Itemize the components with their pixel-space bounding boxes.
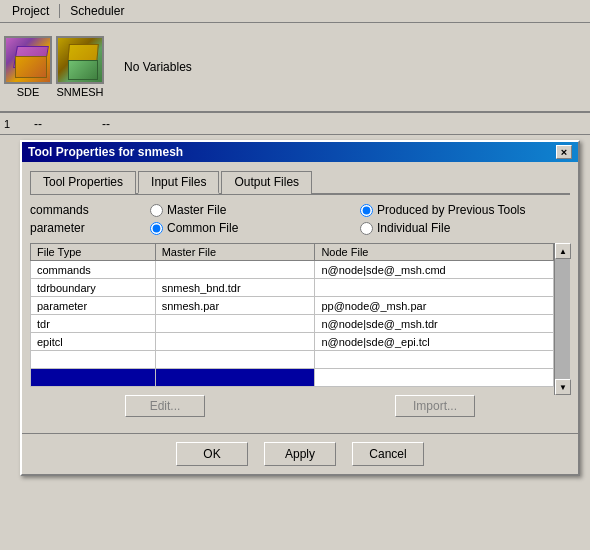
parameter-common-radio[interactable] [150,222,163,235]
bottom-buttons: OK Apply Cancel [22,433,578,474]
file-type-cell [31,351,156,369]
parameter-common-label: Common File [167,221,238,235]
tab-tool-properties[interactable]: Tool Properties [30,171,136,194]
node-file-cell [315,279,554,297]
dialog-tabs: Tool Properties Input Files Output Files [30,170,570,195]
master-file-cell [155,351,315,369]
edit-button[interactable]: Edit... [125,395,205,417]
tab-input-files[interactable]: Input Files [138,171,219,194]
menu-project[interactable]: Project [4,2,57,20]
col-header-node-file: Node File [315,244,554,261]
file-type-cell: epitcl [31,333,156,351]
dialog-content: Tool Properties Input Files Output Files… [22,162,578,433]
tool-sde[interactable]: SDE [4,36,52,98]
commands-produced-option[interactable]: Produced by Previous Tools [360,203,570,217]
row-dash-1: -- [34,117,42,131]
table-row[interactable]: tdrboundarysnmesh_bnd.tdr [31,279,554,297]
dialog-close-button[interactable]: × [556,145,572,159]
scrollbar-up-button[interactable]: ▲ [555,243,571,259]
sde-label: SDE [17,86,40,98]
master-file-cell [155,315,315,333]
row-numbers: 1 -- -- [0,113,590,135]
commands-label: commands [30,203,150,217]
master-file-cell [155,369,315,387]
commands-master-radio[interactable] [150,204,163,217]
import-button[interactable]: Import... [395,395,475,417]
row-dashes: -- -- [34,117,110,131]
commands-master-label: Master File [167,203,226,217]
tool-icons: SDE SNMESH [4,36,104,98]
edit-import-row: Edit... Import... [30,395,570,417]
file-type-cell [31,369,156,387]
row-number: 1 [4,118,24,130]
apply-button[interactable]: Apply [264,442,336,466]
toolbar: SDE SNMESH No Variables [0,23,590,113]
table-scrollbar[interactable]: ▲ ▼ [554,243,570,395]
file-type-cell: commands [31,261,156,279]
tool-snmesh[interactable]: SNMESH [56,36,104,98]
table-row[interactable]: tdrn@node|sde@_msh.tdr [31,315,554,333]
sde-icon [4,36,52,84]
master-file-cell: snmesh_bnd.tdr [155,279,315,297]
dialog-titlebar: Tool Properties for snmesh × [22,142,578,162]
parameter-individual-label: Individual File [377,221,450,235]
commands-produced-radio[interactable] [360,204,373,217]
node-file-cell: n@node|sde@_epi.tcl [315,333,554,351]
snmesh-icon [56,36,104,84]
table-row[interactable]: parametersnmesh.parpp@node@_msh.par [31,297,554,315]
menu-bar: Project Scheduler [0,0,590,23]
file-type-cell: tdr [31,315,156,333]
parameter-common-option[interactable]: Common File [150,221,360,235]
tab-output-files[interactable]: Output Files [221,171,312,194]
node-file-cell: pp@node@_msh.par [315,297,554,315]
table-row[interactable] [31,351,554,369]
master-file-cell [155,261,315,279]
scrollbar-down-button[interactable]: ▼ [555,379,571,395]
cancel-button[interactable]: Cancel [352,442,424,466]
commands-master-option[interactable]: Master File [150,203,360,217]
node-file-cell [315,351,554,369]
table-row[interactable] [31,369,554,387]
snmesh-label: SNMESH [56,86,103,98]
file-type-cell: parameter [31,297,156,315]
file-table-area: File Type Master File Node File commands… [30,243,570,395]
row-dash-2: -- [102,117,110,131]
radio-section: commands Master File Produced by Previou… [30,203,570,235]
master-file-cell [155,333,315,351]
table-row[interactable]: epitcln@node|sde@_epi.tcl [31,333,554,351]
col-header-file-type: File Type [31,244,156,261]
master-file-cell: snmesh.par [155,297,315,315]
no-variables-label: No Variables [124,60,192,74]
node-file-cell: n@node|sde@_msh.cmd [315,261,554,279]
node-file-cell [315,369,554,387]
parameter-individual-radio[interactable] [360,222,373,235]
ok-button[interactable]: OK [176,442,248,466]
commands-produced-label: Produced by Previous Tools [377,203,526,217]
node-file-cell: n@node|sde@_msh.tdr [315,315,554,333]
menu-sep [59,4,60,18]
tool-properties-dialog: Tool Properties for snmesh × Tool Proper… [20,140,580,476]
dialog-title: Tool Properties for snmesh [28,145,183,159]
parameter-label: parameter [30,221,150,235]
scrollbar-track [555,259,570,379]
file-table: File Type Master File Node File commands… [30,243,554,387]
parameter-individual-option[interactable]: Individual File [360,221,570,235]
col-header-master-file: Master File [155,244,315,261]
menu-scheduler[interactable]: Scheduler [62,2,132,20]
table-row[interactable]: commandsn@node|sde@_msh.cmd [31,261,554,279]
file-table-main: File Type Master File Node File commands… [30,243,554,395]
file-type-cell: tdrboundary [31,279,156,297]
